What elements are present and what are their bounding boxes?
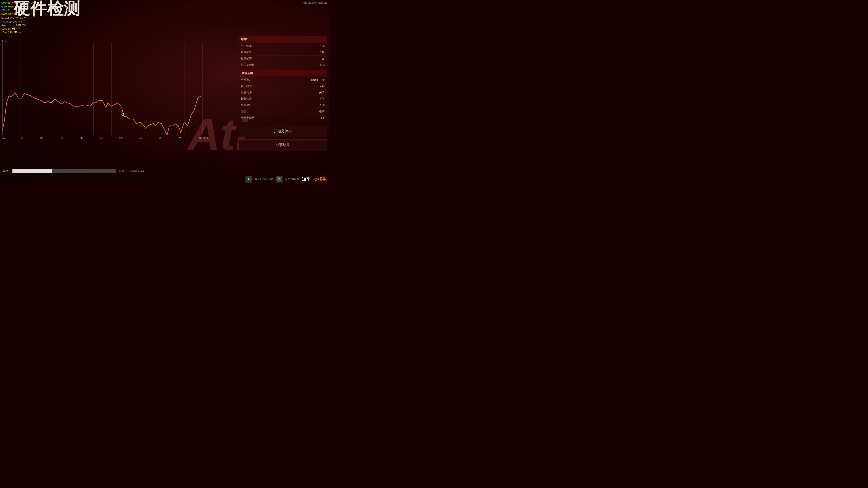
chart-wrap: 120 110 100 90 80 0s 6s 12s 18s 24s 31s … (2, 43, 202, 135)
vsync-row: 垂直同步: 关闭 (239, 90, 327, 96)
scale-val: 1.0 (282, 115, 327, 121)
framelimit-label: 帧数锁定: (239, 96, 282, 102)
grid-v-12 (202, 43, 203, 135)
mem-val1: 9069 (8, 5, 13, 8)
x-label-43s: 43s (139, 137, 143, 140)
svg-text:S: S (278, 178, 280, 181)
min-fps-row: 最低帧率: 98 (239, 56, 327, 62)
gpu-temp: 58 (8, 1, 10, 5)
refreshrate-val: 160 (282, 102, 327, 108)
page-title: 硬件检测 (13, 0, 81, 17)
frame-table: 平均帧率: 108 最高帧率: 116 最低帧率: 98 已渲染帧数: 6503 (239, 43, 327, 68)
x-label-37s: 37s (119, 137, 123, 140)
resolution-val: 3840 x 2160 (282, 77, 327, 83)
fm-row: FM 30-184 109 FPS (1, 21, 26, 23)
mem-bar-value: 7.53 / 19.939999 GB (119, 169, 144, 173)
scale-row: 分辨率规格: 1.0 (239, 115, 327, 121)
mem-total: 19.939999 GB (126, 169, 144, 173)
fm-label: FM 30-184 (1, 21, 12, 23)
f-text: 显示上次运行结果 (255, 177, 273, 181)
window-label: 窗口模式: (239, 83, 282, 90)
refreshrate-row: 更新率: 160 (239, 102, 327, 108)
mem-current: 7.53 (119, 169, 124, 173)
frame-section-header: 帧率 (239, 36, 327, 42)
share-svg-icon: S (277, 177, 281, 181)
x-label-49s: 49s (159, 137, 162, 140)
avg-fps-inline: 109 (13, 21, 17, 23)
quality-val: 极高 (282, 108, 327, 115)
avg-fps-label: 平均帧率: (239, 43, 295, 49)
ram-label: RAM (1, 12, 7, 16)
window-val: 全屏 (282, 83, 327, 90)
quality-row: 画质: 极高 (239, 108, 327, 115)
vsync-val: 关闭 (282, 90, 327, 96)
share-text: 硬件性能检测 (285, 177, 299, 181)
low01-value: 90 (14, 31, 18, 34)
min-fps-label: 最低帧率: (239, 56, 295, 62)
zhihu-text: 知乎 (302, 176, 311, 182)
grid-h-5 (2, 135, 202, 135)
f-icon-label: F (248, 177, 250, 181)
chart-svg (2, 43, 202, 135)
max-fps-val: 116 (295, 49, 327, 56)
avg-label: Avg (1, 24, 15, 26)
framelimit-row: 帧数锁定: 关闭 (239, 96, 327, 102)
open-folder-button[interactable]: 开启文件夹 (239, 126, 327, 137)
resolution-row: 分辨率: 3840 x 2160 (239, 77, 327, 83)
x-label-0s: 0s (2, 137, 5, 140)
avg-fps-val: 108 (295, 43, 327, 49)
framelimit-val: 关闭 (282, 96, 327, 102)
mem-bar-fill (12, 169, 52, 173)
rendered-val: 6503 (295, 62, 327, 68)
mem-bar-area: 显存 7.53 / 19.939999 GB (2, 169, 144, 173)
gpu-label: GPU (1, 1, 7, 5)
low01-label: LOW 0.1% (1, 31, 13, 34)
avg-value: 109 (16, 23, 21, 27)
scale-label: 分辨率规格: (239, 115, 282, 121)
min-fps-val: 98 (295, 56, 327, 62)
share-icon: S (276, 176, 283, 183)
x-axis: 0s 6s 12s 18s 24s 31s 37s 43s 49s 55s 61… (2, 137, 202, 140)
chart-container: FPS (2, 39, 202, 137)
chart-title: FPS (2, 39, 202, 42)
refreshrate-label: 更新率: (239, 102, 282, 108)
at-text: @橘生 (313, 176, 327, 182)
cpu-label: CPU (1, 8, 6, 12)
rendered-row: 已渲染帧数: 6503 (239, 62, 327, 68)
fps-stats: FM 30-184 109 FPS Avg 109 FPS LOW 1% 98 … (0, 20, 27, 35)
resolution-label: 分辨率: (239, 77, 282, 83)
x-label-55s: 55s (179, 137, 182, 140)
right-panel: 帧率 平均帧率: 108 最高帧率: 116 最低帧率: 98 已渲染帧数: 6… (239, 36, 327, 153)
avg-fps-row: 平均帧率: 108 (239, 43, 327, 49)
fps-line (2, 92, 201, 135)
max-fps-label: 最高帧率: (239, 49, 295, 56)
share-result-button[interactable]: 分享结果 (239, 139, 327, 151)
time-label: 时间 (204, 136, 209, 140)
x-label-24s: 24s (79, 137, 83, 140)
bottom-social: F 显示上次运行结果 S 硬件性能检测 知乎 @橘生 (246, 176, 327, 183)
low01-row: LOW 0.1% 90 FPS (1, 31, 26, 34)
x-label-31s: 31s (99, 137, 103, 140)
x-label-6s: 6s (21, 137, 24, 140)
x-label-61s: 61s (199, 137, 202, 140)
mem-bar-bg (12, 169, 116, 173)
low1-row: LOW 1% 98 FPS (1, 27, 26, 30)
low1-label: LOW 1% (1, 27, 11, 30)
window-row: 窗口模式: 全屏 (239, 83, 327, 90)
quality-label: 画质: (239, 108, 282, 115)
mem-label: MEM (1, 5, 7, 8)
btn-panel: 开启文件夹 分享结果 (239, 126, 327, 151)
rendered-label: 已渲染帧数: (239, 62, 295, 68)
x-label-12s: 12s (40, 137, 43, 140)
facebook-icon: F (246, 176, 252, 183)
display-section-header: 显示选项 (239, 70, 327, 76)
avg-row: Avg 109 FPS (1, 23, 26, 27)
mem-bar-label: 显存 (2, 169, 10, 173)
low1-value: 98 (12, 27, 16, 30)
cpu-val: 35 (7, 8, 10, 12)
display-table: 分辨率: 3840 x 2160 窗口模式: 全屏 垂直同步: 关闭 帧数锁定:… (239, 77, 327, 121)
x-label-18s: 18s (60, 137, 63, 140)
d3d-label: D3D12 (1, 16, 9, 20)
max-fps-row: 最高帧率: 116 (239, 49, 327, 56)
top-right-info: FND-003A PB-700023-011 (303, 2, 327, 4)
